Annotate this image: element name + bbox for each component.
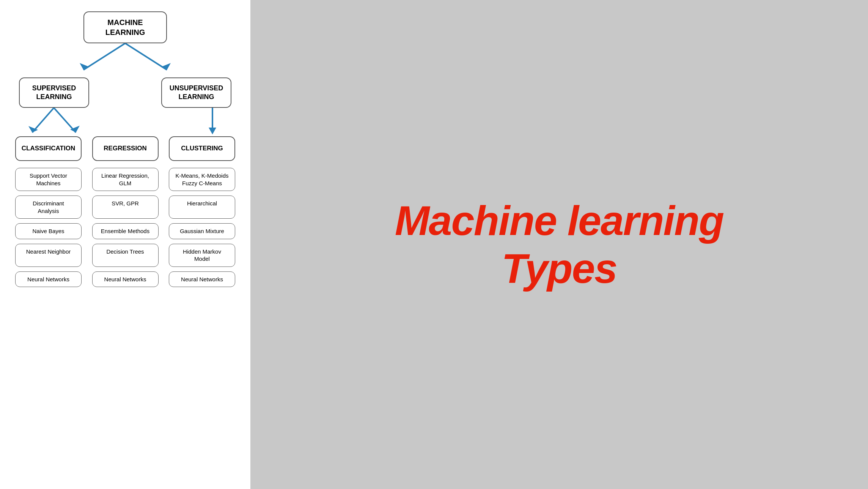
categories-row: CLASSIFICATION REGRESSION CLUSTERING <box>8 136 243 161</box>
clustering-item-5: Neural Networks <box>169 271 235 287</box>
regression-item-5: Neural Networks <box>92 271 159 287</box>
unsupervised-arrow <box>193 108 231 138</box>
supervised-box: SUPERVISEDLEARNING <box>19 77 89 108</box>
clustering-item-2: Hierarchical <box>169 196 235 219</box>
data-row-3: Naive Bayes Ensemble Methods Gaussian Mi… <box>8 223 243 239</box>
ml-diagram: MACHINE LEARNING SUPERVISEDLEARNING UNSU… <box>8 11 243 292</box>
classification-item-1: Support VectorMachines <box>15 168 82 191</box>
regression-item-1: Linear Regression,GLM <box>92 168 159 191</box>
right-panel: Machine learning Types <box>250 0 868 489</box>
classification-item-2: DiscriminantAnalysis <box>15 196 82 219</box>
regression-item-3: Ensemble Methods <box>92 223 159 239</box>
data-row-4: Nearest Neighbor Decision Trees Hidden M… <box>8 244 243 267</box>
title-line2: Types <box>395 244 724 293</box>
classification-item-5: Neural Networks <box>15 271 82 287</box>
top-arrows-svg <box>49 43 201 77</box>
clustering-item-4: Hidden MarkovModel <box>169 244 235 267</box>
regression-item-2: SVR, GPR <box>92 196 159 219</box>
second-arrows-row <box>8 108 243 136</box>
main-title: Machine learning Types <box>395 197 724 293</box>
data-row-1: Support VectorMachines Linear Regression… <box>8 168 243 191</box>
svg-marker-3 <box>161 63 171 70</box>
svg-line-4 <box>32 108 54 133</box>
svg-line-0 <box>83 43 125 70</box>
root-row: MACHINE LEARNING <box>8 11 243 43</box>
clustering-header: CLUSTERING <box>169 136 235 161</box>
svg-marker-9 <box>209 128 216 134</box>
clustering-item-3: Gaussian Mixture <box>169 223 235 239</box>
data-row-2: DiscriminantAnalysis SVR, GPR Hierarchic… <box>8 196 243 219</box>
top-arrows <box>8 43 243 77</box>
classification-header: CLASSIFICATION <box>15 136 82 161</box>
classification-item-3: Naive Bayes <box>15 223 82 239</box>
clustering-item-1: K-Means, K-MedoidsFuzzy C-Means <box>169 168 235 191</box>
machine-learning-box: MACHINE LEARNING <box>83 11 167 43</box>
level2-row: SUPERVISEDLEARNING UNSUPERVISEDLEARNING <box>8 77 243 108</box>
supervised-arrows <box>19 108 114 138</box>
regression-item-4: Decision Trees <box>92 244 159 267</box>
regression-header: REGRESSION <box>92 136 159 161</box>
diagram-panel: MACHINE LEARNING SUPERVISEDLEARNING UNSU… <box>0 0 250 489</box>
data-row-5: Neural Networks Neural Networks Neural N… <box>8 271 243 287</box>
unsupervised-box: UNSUPERVISEDLEARNING <box>161 77 231 108</box>
svg-marker-1 <box>80 63 89 70</box>
title-line1: Machine learning <box>395 197 724 245</box>
classification-item-4: Nearest Neighbor <box>15 244 82 267</box>
svg-line-2 <box>125 43 167 70</box>
